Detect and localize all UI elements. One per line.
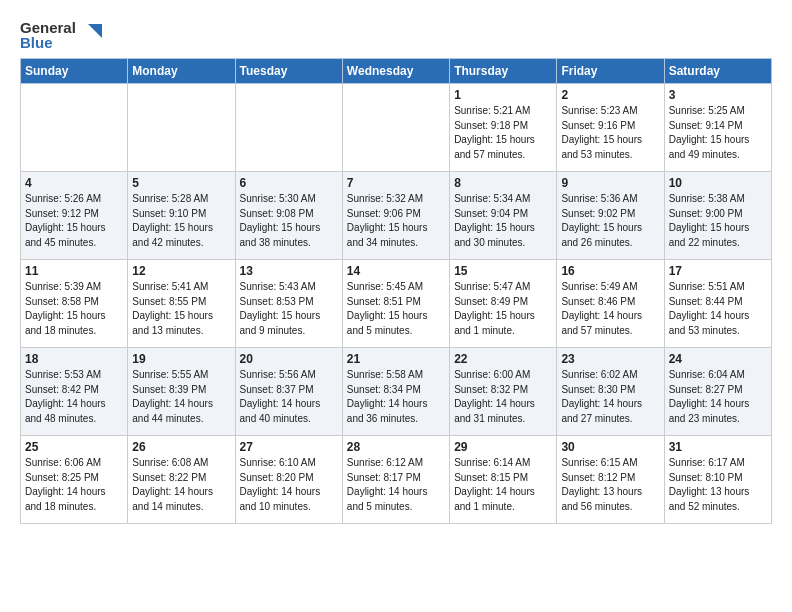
day-number: 22 xyxy=(454,352,552,366)
day-number: 23 xyxy=(561,352,659,366)
day-number: 31 xyxy=(669,440,767,454)
day-info: Sunrise: 5:38 AM Sunset: 9:00 PM Dayligh… xyxy=(669,192,767,250)
day-info: Sunrise: 5:36 AM Sunset: 9:02 PM Dayligh… xyxy=(561,192,659,250)
day-info: Sunrise: 6:15 AM Sunset: 8:12 PM Dayligh… xyxy=(561,456,659,514)
day-number: 28 xyxy=(347,440,445,454)
day-header: Tuesday xyxy=(235,59,342,84)
day-number: 24 xyxy=(669,352,767,366)
calendar-cell: 20Sunrise: 5:56 AM Sunset: 8:37 PM Dayli… xyxy=(235,348,342,436)
day-info: Sunrise: 5:39 AM Sunset: 8:58 PM Dayligh… xyxy=(25,280,123,338)
day-info: Sunrise: 6:04 AM Sunset: 8:27 PM Dayligh… xyxy=(669,368,767,426)
day-info: Sunrise: 5:53 AM Sunset: 8:42 PM Dayligh… xyxy=(25,368,123,426)
calendar-cell: 17Sunrise: 5:51 AM Sunset: 8:44 PM Dayli… xyxy=(664,260,771,348)
day-info: Sunrise: 5:25 AM Sunset: 9:14 PM Dayligh… xyxy=(669,104,767,162)
day-number: 20 xyxy=(240,352,338,366)
day-number: 5 xyxy=(132,176,230,190)
day-info: Sunrise: 6:10 AM Sunset: 8:20 PM Dayligh… xyxy=(240,456,338,514)
day-info: Sunrise: 6:14 AM Sunset: 8:15 PM Dayligh… xyxy=(454,456,552,514)
calendar-cell: 4Sunrise: 5:26 AM Sunset: 9:12 PM Daylig… xyxy=(21,172,128,260)
logo-arrow-icon xyxy=(80,24,102,46)
day-info: Sunrise: 5:26 AM Sunset: 9:12 PM Dayligh… xyxy=(25,192,123,250)
calendar-cell: 30Sunrise: 6:15 AM Sunset: 8:12 PM Dayli… xyxy=(557,436,664,524)
calendar-body: 1Sunrise: 5:21 AM Sunset: 9:18 PM Daylig… xyxy=(21,84,772,524)
calendar-cell xyxy=(128,84,235,172)
day-header: Saturday xyxy=(664,59,771,84)
day-number: 18 xyxy=(25,352,123,366)
day-number: 27 xyxy=(240,440,338,454)
day-info: Sunrise: 5:43 AM Sunset: 8:53 PM Dayligh… xyxy=(240,280,338,338)
day-header: Monday xyxy=(128,59,235,84)
calendar-cell: 6Sunrise: 5:30 AM Sunset: 9:08 PM Daylig… xyxy=(235,172,342,260)
calendar-cell: 3Sunrise: 5:25 AM Sunset: 9:14 PM Daylig… xyxy=(664,84,771,172)
day-number: 30 xyxy=(561,440,659,454)
day-number: 2 xyxy=(561,88,659,102)
day-header: Friday xyxy=(557,59,664,84)
logo-general: General xyxy=(20,20,76,35)
day-number: 12 xyxy=(132,264,230,278)
calendar-cell: 13Sunrise: 5:43 AM Sunset: 8:53 PM Dayli… xyxy=(235,260,342,348)
calendar-cell: 31Sunrise: 6:17 AM Sunset: 8:10 PM Dayli… xyxy=(664,436,771,524)
day-info: Sunrise: 6:12 AM Sunset: 8:17 PM Dayligh… xyxy=(347,456,445,514)
day-number: 4 xyxy=(25,176,123,190)
day-number: 6 xyxy=(240,176,338,190)
calendar-cell xyxy=(21,84,128,172)
day-info: Sunrise: 5:49 AM Sunset: 8:46 PM Dayligh… xyxy=(561,280,659,338)
day-info: Sunrise: 6:06 AM Sunset: 8:25 PM Dayligh… xyxy=(25,456,123,514)
day-number: 3 xyxy=(669,88,767,102)
day-number: 26 xyxy=(132,440,230,454)
day-number: 7 xyxy=(347,176,445,190)
day-info: Sunrise: 5:30 AM Sunset: 9:08 PM Dayligh… xyxy=(240,192,338,250)
calendar-cell: 28Sunrise: 6:12 AM Sunset: 8:17 PM Dayli… xyxy=(342,436,449,524)
day-info: Sunrise: 5:21 AM Sunset: 9:18 PM Dayligh… xyxy=(454,104,552,162)
day-number: 15 xyxy=(454,264,552,278)
calendar-table: SundayMondayTuesdayWednesdayThursdayFrid… xyxy=(20,58,772,524)
day-info: Sunrise: 5:28 AM Sunset: 9:10 PM Dayligh… xyxy=(132,192,230,250)
calendar-cell: 24Sunrise: 6:04 AM Sunset: 8:27 PM Dayli… xyxy=(664,348,771,436)
day-number: 1 xyxy=(454,88,552,102)
calendar-cell: 19Sunrise: 5:55 AM Sunset: 8:39 PM Dayli… xyxy=(128,348,235,436)
calendar-cell: 27Sunrise: 6:10 AM Sunset: 8:20 PM Dayli… xyxy=(235,436,342,524)
calendar-cell: 5Sunrise: 5:28 AM Sunset: 9:10 PM Daylig… xyxy=(128,172,235,260)
day-number: 17 xyxy=(669,264,767,278)
calendar-week: 4Sunrise: 5:26 AM Sunset: 9:12 PM Daylig… xyxy=(21,172,772,260)
svg-marker-0 xyxy=(88,24,102,38)
day-info: Sunrise: 5:51 AM Sunset: 8:44 PM Dayligh… xyxy=(669,280,767,338)
day-info: Sunrise: 5:34 AM Sunset: 9:04 PM Dayligh… xyxy=(454,192,552,250)
calendar-cell: 11Sunrise: 5:39 AM Sunset: 8:58 PM Dayli… xyxy=(21,260,128,348)
day-info: Sunrise: 5:32 AM Sunset: 9:06 PM Dayligh… xyxy=(347,192,445,250)
calendar-cell: 29Sunrise: 6:14 AM Sunset: 8:15 PM Dayli… xyxy=(450,436,557,524)
day-info: Sunrise: 5:55 AM Sunset: 8:39 PM Dayligh… xyxy=(132,368,230,426)
day-number: 11 xyxy=(25,264,123,278)
day-number: 14 xyxy=(347,264,445,278)
calendar-header: SundayMondayTuesdayWednesdayThursdayFrid… xyxy=(21,59,772,84)
calendar-cell: 2Sunrise: 5:23 AM Sunset: 9:16 PM Daylig… xyxy=(557,84,664,172)
calendar-cell: 25Sunrise: 6:06 AM Sunset: 8:25 PM Dayli… xyxy=(21,436,128,524)
calendar-week: 25Sunrise: 6:06 AM Sunset: 8:25 PM Dayli… xyxy=(21,436,772,524)
day-number: 13 xyxy=(240,264,338,278)
day-header: Wednesday xyxy=(342,59,449,84)
calendar-cell: 9Sunrise: 5:36 AM Sunset: 9:02 PM Daylig… xyxy=(557,172,664,260)
calendar-cell: 26Sunrise: 6:08 AM Sunset: 8:22 PM Dayli… xyxy=(128,436,235,524)
calendar-cell: 18Sunrise: 5:53 AM Sunset: 8:42 PM Dayli… xyxy=(21,348,128,436)
day-number: 19 xyxy=(132,352,230,366)
calendar-week: 1Sunrise: 5:21 AM Sunset: 9:18 PM Daylig… xyxy=(21,84,772,172)
day-number: 10 xyxy=(669,176,767,190)
day-number: 16 xyxy=(561,264,659,278)
calendar-cell: 22Sunrise: 6:00 AM Sunset: 8:32 PM Dayli… xyxy=(450,348,557,436)
calendar-cell: 15Sunrise: 5:47 AM Sunset: 8:49 PM Dayli… xyxy=(450,260,557,348)
day-info: Sunrise: 6:00 AM Sunset: 8:32 PM Dayligh… xyxy=(454,368,552,426)
calendar-cell: 10Sunrise: 5:38 AM Sunset: 9:00 PM Dayli… xyxy=(664,172,771,260)
day-info: Sunrise: 5:41 AM Sunset: 8:55 PM Dayligh… xyxy=(132,280,230,338)
calendar-cell: 12Sunrise: 5:41 AM Sunset: 8:55 PM Dayli… xyxy=(128,260,235,348)
calendar-cell: 21Sunrise: 5:58 AM Sunset: 8:34 PM Dayli… xyxy=(342,348,449,436)
day-info: Sunrise: 5:47 AM Sunset: 8:49 PM Dayligh… xyxy=(454,280,552,338)
day-info: Sunrise: 5:45 AM Sunset: 8:51 PM Dayligh… xyxy=(347,280,445,338)
day-info: Sunrise: 5:58 AM Sunset: 8:34 PM Dayligh… xyxy=(347,368,445,426)
calendar-cell: 7Sunrise: 5:32 AM Sunset: 9:06 PM Daylig… xyxy=(342,172,449,260)
day-info: Sunrise: 5:23 AM Sunset: 9:16 PM Dayligh… xyxy=(561,104,659,162)
calendar-week: 18Sunrise: 5:53 AM Sunset: 8:42 PM Dayli… xyxy=(21,348,772,436)
day-info: Sunrise: 6:17 AM Sunset: 8:10 PM Dayligh… xyxy=(669,456,767,514)
day-number: 8 xyxy=(454,176,552,190)
logo: General Blue xyxy=(20,20,102,50)
calendar-cell: 23Sunrise: 6:02 AM Sunset: 8:30 PM Dayli… xyxy=(557,348,664,436)
